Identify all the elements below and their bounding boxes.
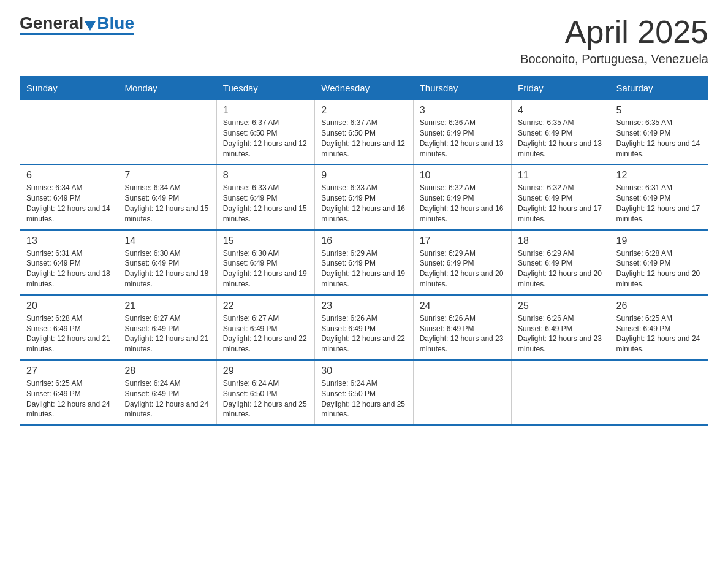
calendar-day-cell bbox=[20, 100, 118, 165]
day-info: Sunrise: 6:37 AMSunset: 6:50 PMDaylight:… bbox=[223, 118, 308, 159]
day-info: Sunrise: 6:24 AMSunset: 6:50 PMDaylight:… bbox=[223, 378, 308, 419]
calendar-table: SundayMondayTuesdayWednesdayThursdayFrid… bbox=[20, 76, 708, 426]
day-info: Sunrise: 6:37 AMSunset: 6:50 PMDaylight:… bbox=[321, 118, 406, 159]
day-info: Sunrise: 6:27 AMSunset: 6:49 PMDaylight:… bbox=[124, 313, 210, 354]
calendar-day-cell: 17Sunrise: 6:29 AMSunset: 6:49 PMDayligh… bbox=[413, 230, 511, 295]
calendar-header-row: SundayMondayTuesdayWednesdayThursdayFrid… bbox=[20, 77, 708, 100]
calendar-day-header: Thursday bbox=[413, 77, 511, 100]
calendar-day-cell: 24Sunrise: 6:26 AMSunset: 6:49 PMDayligh… bbox=[413, 295, 511, 360]
day-number: 26 bbox=[616, 301, 702, 312]
logo: General Blue bbox=[20, 15, 134, 35]
calendar-day-cell: 14Sunrise: 6:30 AMSunset: 6:49 PMDayligh… bbox=[118, 230, 216, 295]
day-number: 1 bbox=[223, 105, 308, 116]
calendar-day-cell: 28Sunrise: 6:24 AMSunset: 6:49 PMDayligh… bbox=[118, 360, 216, 425]
calendar-day-header: Tuesday bbox=[216, 77, 314, 100]
day-info: Sunrise: 6:33 AMSunset: 6:49 PMDaylight:… bbox=[321, 183, 406, 224]
day-info: Sunrise: 6:30 AMSunset: 6:49 PMDaylight:… bbox=[223, 248, 308, 289]
day-info: Sunrise: 6:28 AMSunset: 6:49 PMDaylight:… bbox=[26, 313, 112, 354]
day-number: 22 bbox=[223, 301, 308, 312]
calendar-day-cell: 15Sunrise: 6:30 AMSunset: 6:49 PMDayligh… bbox=[216, 230, 314, 295]
day-info: Sunrise: 6:35 AMSunset: 6:49 PMDaylight:… bbox=[518, 118, 603, 159]
day-info: Sunrise: 6:25 AMSunset: 6:49 PMDaylight:… bbox=[26, 378, 112, 419]
calendar-day-cell: 22Sunrise: 6:27 AMSunset: 6:49 PMDayligh… bbox=[216, 295, 314, 360]
day-number: 29 bbox=[223, 366, 308, 377]
day-info: Sunrise: 6:34 AMSunset: 6:49 PMDaylight:… bbox=[26, 183, 112, 224]
calendar-day-header: Monday bbox=[118, 77, 216, 100]
day-number: 18 bbox=[518, 236, 603, 247]
day-info: Sunrise: 6:29 AMSunset: 6:49 PMDaylight:… bbox=[321, 248, 406, 289]
day-number: 13 bbox=[26, 236, 112, 247]
day-info: Sunrise: 6:24 AMSunset: 6:49 PMDaylight:… bbox=[124, 378, 210, 419]
day-number: 7 bbox=[124, 170, 210, 181]
calendar-day-header: Saturday bbox=[610, 77, 708, 100]
calendar-day-cell: 10Sunrise: 6:32 AMSunset: 6:49 PMDayligh… bbox=[413, 164, 511, 229]
day-info: Sunrise: 6:28 AMSunset: 6:49 PMDaylight:… bbox=[616, 248, 702, 289]
page-subtitle: Boconoito, Portuguesa, Venezuela bbox=[520, 52, 708, 66]
day-number: 25 bbox=[518, 301, 603, 312]
calendar-week-row: 13Sunrise: 6:31 AMSunset: 6:49 PMDayligh… bbox=[20, 230, 708, 295]
day-info: Sunrise: 6:31 AMSunset: 6:49 PMDaylight:… bbox=[616, 183, 702, 224]
calendar-day-cell: 2Sunrise: 6:37 AMSunset: 6:50 PMDaylight… bbox=[315, 100, 413, 165]
logo-triangle-icon bbox=[85, 21, 96, 31]
day-number: 9 bbox=[321, 170, 406, 181]
day-number: 27 bbox=[26, 366, 112, 377]
calendar-day-header: Friday bbox=[512, 77, 610, 100]
calendar-day-cell: 30Sunrise: 6:24 AMSunset: 6:50 PMDayligh… bbox=[315, 360, 413, 425]
calendar-day-cell: 9Sunrise: 6:33 AMSunset: 6:49 PMDaylight… bbox=[315, 164, 413, 229]
day-info: Sunrise: 6:26 AMSunset: 6:49 PMDaylight:… bbox=[420, 313, 505, 354]
calendar-week-row: 6Sunrise: 6:34 AMSunset: 6:49 PMDaylight… bbox=[20, 164, 708, 229]
calendar-day-cell: 23Sunrise: 6:26 AMSunset: 6:49 PMDayligh… bbox=[315, 295, 413, 360]
day-info: Sunrise: 6:26 AMSunset: 6:49 PMDaylight:… bbox=[518, 313, 603, 354]
day-number: 16 bbox=[321, 236, 406, 247]
day-info: Sunrise: 6:33 AMSunset: 6:49 PMDaylight:… bbox=[223, 183, 308, 224]
page-header: General Blue April 2025 Boconoito, Portu… bbox=[20, 15, 708, 66]
calendar-day-cell: 8Sunrise: 6:33 AMSunset: 6:49 PMDaylight… bbox=[216, 164, 314, 229]
calendar-day-cell: 6Sunrise: 6:34 AMSunset: 6:49 PMDaylight… bbox=[20, 164, 118, 229]
day-number: 21 bbox=[124, 301, 210, 312]
day-number: 4 bbox=[518, 105, 603, 116]
day-info: Sunrise: 6:32 AMSunset: 6:49 PMDaylight:… bbox=[420, 183, 505, 224]
calendar-day-cell: 20Sunrise: 6:28 AMSunset: 6:49 PMDayligh… bbox=[20, 295, 118, 360]
day-number: 10 bbox=[420, 170, 505, 181]
day-info: Sunrise: 6:29 AMSunset: 6:49 PMDaylight:… bbox=[518, 248, 603, 289]
day-info: Sunrise: 6:36 AMSunset: 6:49 PMDaylight:… bbox=[420, 118, 505, 159]
day-info: Sunrise: 6:27 AMSunset: 6:49 PMDaylight:… bbox=[223, 313, 308, 354]
calendar-week-row: 20Sunrise: 6:28 AMSunset: 6:49 PMDayligh… bbox=[20, 295, 708, 360]
logo-general-text: General bbox=[20, 15, 83, 32]
calendar-week-row: 1Sunrise: 6:37 AMSunset: 6:50 PMDaylight… bbox=[20, 100, 708, 165]
day-info: Sunrise: 6:34 AMSunset: 6:49 PMDaylight:… bbox=[124, 183, 210, 224]
calendar-day-header: Wednesday bbox=[315, 77, 413, 100]
calendar-day-cell: 27Sunrise: 6:25 AMSunset: 6:49 PMDayligh… bbox=[20, 360, 118, 425]
logo-underline bbox=[20, 33, 134, 35]
calendar-day-cell bbox=[118, 100, 216, 165]
calendar-day-cell: 1Sunrise: 6:37 AMSunset: 6:50 PMDaylight… bbox=[216, 100, 314, 165]
calendar-day-cell: 29Sunrise: 6:24 AMSunset: 6:50 PMDayligh… bbox=[216, 360, 314, 425]
day-info: Sunrise: 6:35 AMSunset: 6:49 PMDaylight:… bbox=[616, 118, 702, 159]
page-title: April 2025 bbox=[520, 15, 708, 50]
day-number: 19 bbox=[616, 236, 702, 247]
day-info: Sunrise: 6:24 AMSunset: 6:50 PMDaylight:… bbox=[321, 378, 406, 419]
day-number: 30 bbox=[321, 366, 406, 377]
calendar-day-cell: 19Sunrise: 6:28 AMSunset: 6:49 PMDayligh… bbox=[610, 230, 708, 295]
day-number: 15 bbox=[223, 236, 308, 247]
calendar-day-cell: 11Sunrise: 6:32 AMSunset: 6:49 PMDayligh… bbox=[512, 164, 610, 229]
day-number: 8 bbox=[223, 170, 308, 181]
calendar-day-cell: 16Sunrise: 6:29 AMSunset: 6:49 PMDayligh… bbox=[315, 230, 413, 295]
calendar-day-cell: 18Sunrise: 6:29 AMSunset: 6:49 PMDayligh… bbox=[512, 230, 610, 295]
calendar-week-row: 27Sunrise: 6:25 AMSunset: 6:49 PMDayligh… bbox=[20, 360, 708, 425]
day-number: 3 bbox=[420, 105, 505, 116]
calendar-day-cell: 26Sunrise: 6:25 AMSunset: 6:49 PMDayligh… bbox=[610, 295, 708, 360]
day-info: Sunrise: 6:29 AMSunset: 6:49 PMDaylight:… bbox=[420, 248, 505, 289]
calendar-day-cell: 4Sunrise: 6:35 AMSunset: 6:49 PMDaylight… bbox=[512, 100, 610, 165]
calendar-day-cell: 12Sunrise: 6:31 AMSunset: 6:49 PMDayligh… bbox=[610, 164, 708, 229]
calendar-day-cell: 13Sunrise: 6:31 AMSunset: 6:49 PMDayligh… bbox=[20, 230, 118, 295]
day-number: 11 bbox=[518, 170, 603, 181]
day-number: 28 bbox=[124, 366, 210, 377]
day-info: Sunrise: 6:30 AMSunset: 6:49 PMDaylight:… bbox=[124, 248, 210, 289]
logo-blue-text: Blue bbox=[97, 15, 134, 32]
title-block: April 2025 Boconoito, Portuguesa, Venezu… bbox=[520, 15, 708, 66]
day-number: 14 bbox=[124, 236, 210, 247]
day-number: 20 bbox=[26, 301, 112, 312]
day-info: Sunrise: 6:31 AMSunset: 6:49 PMDaylight:… bbox=[26, 248, 112, 289]
day-number: 5 bbox=[616, 105, 702, 116]
